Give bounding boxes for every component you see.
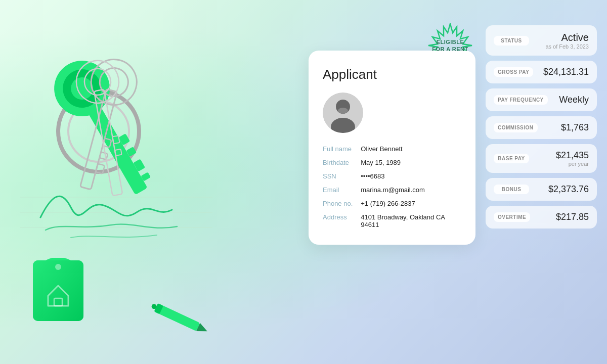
value-fullname: Oliver Bennett [361,145,461,153]
svg-rect-13 [103,139,111,148]
stat-value-overtime: $217.85 [556,212,589,222]
svg-point-17 [73,57,122,106]
stat-row-status: STATUS Active as of Feb 3, 2023 [486,25,597,56]
basepay-group: $21,435 per year [556,150,589,167]
status-date-value: as of Feb 3, 2023 [545,43,589,50]
svg-rect-9 [141,172,151,181]
badge-text: ELIGIBLE FOR A RENT [432,38,468,53]
svg-point-12 [97,65,132,100]
svg-point-1 [68,101,129,162]
svg-point-3 [44,51,120,126]
stat-row-basepay: BASE PAY $21,435 per year [486,144,597,173]
stat-label-overtime: OVERTIME [494,212,530,222]
svg-rect-15 [96,164,105,174]
stat-row-commission: COMMISSION $1,763 [486,116,597,139]
svg-rect-20 [115,149,122,156]
stat-value-commission: $1,763 [561,122,589,133]
stat-label-bonus: BONUS [494,185,529,194]
stat-label-commission: COMMISSION [494,123,538,132]
status-active-value: Active [545,31,589,43]
stat-label-payfreq: PAY FREQUENCY [494,95,548,105]
svg-rect-16 [94,89,122,196]
stat-value-bonus: $2,373.76 [548,184,589,195]
stat-label-grosspay: GROSS PAY [494,67,533,77]
svg-rect-30 [154,303,163,314]
svg-point-35 [338,108,348,114]
svg-rect-7 [126,147,137,157]
keys-illustration [0,0,263,364]
stat-value-payfreq: Weekly [559,95,589,105]
card-title: Applicant [323,67,461,82]
applicant-card: Applicant Full name Oliver Bennett Birth… [309,51,475,245]
label-address: Address [323,213,353,221]
svg-point-31 [151,303,157,310]
label-fullname: Full name [323,145,353,153]
status-group: Active as of Feb 3, 2023 [545,31,589,50]
label-email: Email [323,186,353,194]
svg-rect-26 [54,298,62,306]
stat-row-bonus: BONUS $2,373.76 [486,178,597,201]
svg-rect-24 [33,260,83,321]
stat-row-payfreq: PAY FREQUENCY Weekly [486,88,597,111]
svg-rect-19 [112,135,119,144]
svg-point-0 [58,91,139,172]
stat-label-status: STATUS [494,36,529,46]
svg-point-5 [67,73,97,104]
value-email: marina.m@gmail.com [361,186,461,194]
avatar [323,93,363,133]
applicant-info-grid: Full name Oliver Bennett Birthdate May 1… [323,145,461,229]
svg-point-11 [86,54,142,110]
stat-row-grosspay: GROSS PAY $24,131.31 [486,61,597,83]
stat-main-basepay: $21,435 [556,150,589,161]
value-ssn: ••••6683 [361,172,461,180]
value-phone: +1 (719) 266-2837 [361,200,461,207]
svg-rect-2 [80,92,148,195]
stat-value-grosspay: $24,131.31 [543,67,589,77]
svg-rect-10 [80,89,117,190]
svg-point-4 [56,62,108,115]
svg-rect-25 [33,260,83,321]
stat-sub-basepay: per year [556,161,589,167]
svg-point-27 [55,264,61,270]
label-phone: Phone no. [323,200,353,207]
stat-row-overtime: OVERTIME $217.85 [486,206,597,229]
value-address: 4101 Broadway, Oakland CA 94611 [361,213,461,229]
svg-rect-8 [133,159,145,171]
svg-marker-29 [196,323,209,336]
value-birthdate: May 15, 1989 [361,159,461,166]
svg-point-18 [82,67,113,97]
svg-rect-6 [118,133,130,146]
label-ssn: SSN [323,172,353,180]
stats-panel: STATUS Active as of Feb 3, 2023 GROSS PA… [486,20,597,229]
svg-rect-28 [155,304,200,331]
svg-rect-14 [100,152,108,160]
stat-label-basepay: BASE PAY [494,154,529,163]
label-birthdate: Birthdate [323,159,353,166]
